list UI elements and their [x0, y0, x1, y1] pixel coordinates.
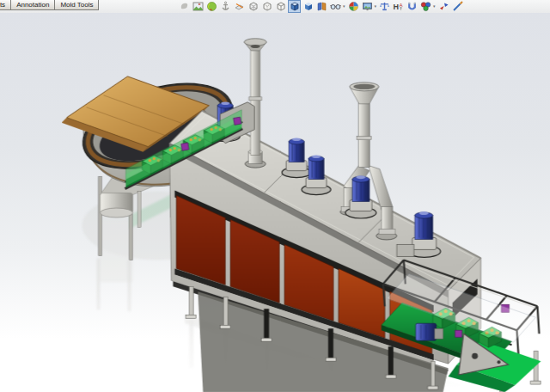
end-bracket: [397, 244, 414, 256]
display-states-icon[interactable]: [316, 1, 327, 12]
sketch-relations-icon[interactable]: [438, 1, 449, 12]
magnet-icon[interactable]: [406, 1, 418, 12]
edit-appearance-icon[interactable]: [348, 1, 359, 12]
assembly-visualization-icon[interactable]: [379, 1, 390, 12]
tab-annotation[interactable]: Annotation: [10, 0, 55, 10]
mates-icon[interactable]: [420, 1, 431, 12]
bearing-block-4: [455, 330, 462, 337]
section-view-icon[interactable]: [234, 1, 245, 12]
text-height-icon[interactable]: HA: [393, 1, 404, 12]
solidworks-window: ents Annotation Mold Tools: [0, 0, 550, 392]
zoom-to-area-icon[interactable]: [192, 1, 204, 12]
bearing-block-1: [181, 143, 189, 150]
hide-show-caret[interactable]: ▾: [343, 1, 345, 12]
command-tabs: ents Annotation Mold Tools: [0, 0, 98, 9]
command-manager-bar: ents Annotation Mold Tools: [0, 0, 550, 13]
normal-to-icon[interactable]: [220, 1, 231, 12]
grayed-tool-icon: [179, 1, 190, 12]
shaded-icon[interactable]: [302, 1, 314, 12]
mates-caret[interactable]: ▾: [433, 1, 436, 12]
apply-scene-caret[interactable]: ▾: [375, 1, 377, 12]
realview-graphics-icon[interactable]: [206, 1, 217, 12]
hide-show-items-icon[interactable]: [330, 1, 341, 12]
graphics-viewport[interactable]: [0, 13, 550, 392]
tank-discharge-cylinder: [100, 193, 132, 217]
shaded-with-edges-icon[interactable]: [289, 1, 300, 12]
wireframe-icon[interactable]: [248, 1, 259, 12]
svg-text:H: H: [394, 3, 400, 11]
view-toolbar: ▾ ▾ HA ▾: [179, 1, 463, 12]
svg-text:A: A: [400, 3, 403, 8]
apply-scene-icon[interactable]: [362, 1, 373, 12]
hidden-lines-visible-icon[interactable]: [261, 1, 272, 12]
bearing-block-2: [233, 117, 241, 125]
hidden-lines-removed-icon[interactable]: [275, 1, 286, 12]
pen-icon[interactable]: [452, 1, 463, 12]
tab-mold-tools[interactable]: Mold Tools: [54, 0, 99, 10]
